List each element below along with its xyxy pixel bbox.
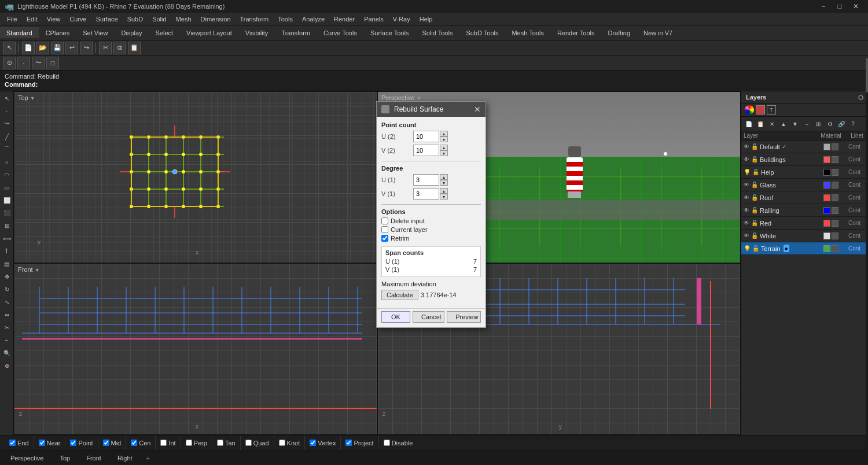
mesh-tool-btn[interactable]: ⊞ [1, 220, 13, 231]
cancel-button[interactable]: Cancel [413, 311, 444, 323]
railing-color-box[interactable] [823, 207, 830, 214]
rebuild-dialog[interactable]: Rebuild Surface ✕ Point count U (2) ▲ ▼ [376, 101, 486, 328]
points-on-btn[interactable]: ⊙ [3, 57, 16, 69]
toolbar-tab-solid-tools[interactable]: Solid Tools [415, 27, 459, 39]
line-tool-btn[interactable]: ╱ [1, 131, 13, 142]
layer-vis-red[interactable]: 👁 [744, 220, 749, 226]
toolbar-tab-display[interactable]: Display [115, 27, 148, 39]
calculate-btn[interactable]: Calculate [381, 290, 418, 300]
solid-tool-btn[interactable]: ⬛ [1, 207, 13, 219]
toolbar-tab-standard[interactable]: Standard [0, 27, 39, 38]
layer-vis-roof[interactable]: 👁 [744, 194, 749, 201]
viewport-tab-right[interactable]: Right [112, 453, 138, 463]
settings-btn[interactable]: ⚙ [825, 119, 835, 129]
layer-lock-buildings[interactable]: 🔓 [751, 156, 758, 163]
layer-row-red[interactable]: 👁 🔓 Red Cont [741, 217, 868, 230]
layer-row-default[interactable]: 👁 🔓 Default ✓ Cont [741, 141, 868, 153]
snap-project[interactable]: Project [341, 436, 378, 450]
snap-vertex-check[interactable] [310, 440, 316, 446]
layers-expand-btn[interactable]: ⬡ [858, 94, 863, 101]
degree-u-down[interactable]: ▼ [440, 180, 448, 186]
toolbar-tab-cplanes[interactable]: CPlanes [39, 27, 76, 39]
menu-item-tools[interactable]: Tools [273, 14, 297, 24]
material-color-btn[interactable] [756, 105, 765, 115]
layers-scrollbar[interactable] [866, 58, 868, 465]
railing-material-box[interactable] [832, 207, 838, 214]
delete-layer-btn[interactable]: ✕ [767, 119, 777, 129]
menu-item-render[interactable]: Render [329, 14, 359, 24]
toolbar-tab-new-in-v7[interactable]: New in V7 [637, 27, 679, 39]
layer-lock-railing[interactable]: 🔓 [751, 207, 758, 213]
viewport-front-label[interactable]: Front ▼ [18, 266, 40, 273]
snap-point[interactable]: Point [65, 436, 98, 450]
snap-tan[interactable]: Tan [212, 436, 241, 450]
save-btn[interactable]: 💾 [51, 42, 64, 54]
snap-cen[interactable]: Cen [126, 436, 156, 450]
red-color-box[interactable] [823, 220, 830, 227]
menu-item-v-ray[interactable]: V-Ray [388, 14, 415, 24]
layer-row-white[interactable]: 👁 🔓 White Cont [741, 230, 868, 242]
fillet-tool-btn[interactable]: ⌢ [1, 334, 13, 346]
toolbar-tab-set-view[interactable]: Set View [76, 27, 114, 39]
viewport-front[interactable]: x z Front ▼ [14, 263, 377, 435]
add-viewport-tab-btn[interactable]: + [143, 455, 153, 462]
snap-end[interactable]: End [5, 436, 34, 450]
front-dropdown-arrow[interactable]: ▼ [35, 267, 40, 273]
terrain-color-box[interactable] [823, 245, 830, 252]
viewport-top-label[interactable]: Top ▼ [18, 94, 35, 101]
point-count-v-down[interactable]: ▼ [440, 150, 448, 156]
point-count-u-input[interactable] [413, 131, 439, 142]
circle-tool-btn[interactable]: ○ [1, 156, 13, 168]
copy-btn[interactable]: ⧉ [113, 42, 126, 54]
menu-item-subd[interactable]: SubD [123, 14, 148, 24]
filter-btn[interactable]: ⊞ [813, 119, 823, 129]
menu-item-panels[interactable]: Panels [359, 14, 388, 24]
point-count-v-up[interactable]: ▲ [440, 145, 448, 150]
degree-v-input[interactable] [413, 188, 439, 200]
terrain-material-box[interactable] [832, 245, 838, 252]
curve-tool-btn[interactable]: 〜 [1, 118, 13, 130]
viewport-tab-perspective[interactable]: Perspective [5, 453, 49, 463]
buildings-material-box[interactable] [832, 156, 838, 163]
select-tool-btn[interactable]: ↖ [3, 42, 16, 54]
persp-dropdown-arrow[interactable]: ▼ [417, 95, 422, 101]
toolbar-tab-curve-tools[interactable]: Curve Tools [317, 27, 363, 39]
menu-item-file[interactable]: File [2, 14, 22, 24]
snap-mid[interactable]: Mid [98, 436, 127, 450]
cut-btn[interactable]: ✂ [99, 42, 112, 54]
curve-btn[interactable]: 〜 [32, 57, 45, 69]
toolbar-tab-drafting[interactable]: Drafting [602, 27, 637, 39]
viewport-tab-top[interactable]: Top [54, 453, 76, 463]
texture-btn[interactable]: T [767, 105, 776, 115]
layer-lock-roof[interactable]: 🔓 [751, 194, 758, 201]
layer-row-railing[interactable]: 👁 🔓 Railing Cont [741, 204, 868, 217]
layer-vis-railing[interactable]: 👁 [744, 207, 749, 213]
menu-item-dimension[interactable]: Dimension [196, 14, 236, 24]
menu-item-curve[interactable]: Curve [65, 14, 91, 24]
mirror-tool-btn[interactable]: ⇔ [1, 309, 13, 320]
snap-tan-check[interactable] [217, 440, 223, 446]
default-material-box[interactable] [832, 143, 838, 150]
glass-color-box[interactable] [823, 182, 830, 189]
arc-tool-btn[interactable]: ◠ [1, 169, 13, 180]
layer-vis-glass[interactable]: 👁 [744, 182, 749, 188]
analyse-tool-btn[interactable]: 🔍 [1, 347, 13, 359]
snap-tool-btn[interactable]: ⊕ [1, 360, 13, 371]
toolbar-tab-transform[interactable]: Transform [275, 27, 317, 39]
layer-lock-terrain[interactable]: 🔓 [752, 245, 759, 252]
point-count-u-up[interactable]: ▲ [440, 131, 448, 136]
viewport-perspective-label[interactable]: Perspective ▼ [381, 94, 421, 101]
move-to-btn[interactable]: → [801, 119, 812, 129]
redo-btn[interactable]: ↪ [80, 42, 93, 54]
menu-item-analyze[interactable]: Analyze [297, 14, 329, 24]
help-color-box[interactable] [823, 169, 830, 176]
toolbar-tab-surface-tools[interactable]: Surface Tools [364, 27, 415, 39]
dialog-close-btn[interactable]: ✕ [474, 105, 481, 114]
layer-vis-white[interactable]: 👁 [744, 232, 749, 239]
snap-near[interactable]: Near [34, 436, 66, 450]
ok-button[interactable]: OK [381, 311, 410, 323]
new-layer-btn[interactable]: 📄 [744, 119, 754, 129]
surface-btn[interactable]: □ [46, 57, 59, 69]
help-layer-btn[interactable]: ? [848, 119, 858, 129]
menu-item-mesh[interactable]: Mesh [171, 14, 196, 24]
